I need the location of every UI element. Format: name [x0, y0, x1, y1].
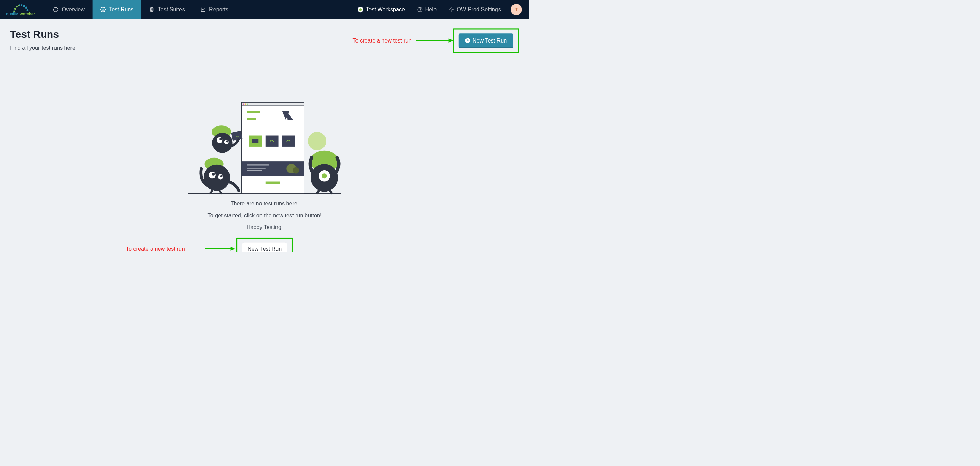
- svg-text:watcher: watcher: [19, 11, 35, 16]
- help-label: Help: [425, 6, 436, 13]
- settings-link[interactable]: QW Prod Settings: [443, 6, 507, 13]
- svg-point-41: [209, 172, 215, 178]
- nav-test-suites-label: Test Suites: [158, 6, 185, 13]
- svg-marker-51: [231, 247, 235, 250]
- logo[interactable]: quality watcher: [5, 3, 37, 16]
- nav-test-runs[interactable]: Test Runs: [92, 0, 141, 19]
- svg-point-42: [212, 173, 215, 176]
- nav-overview[interactable]: Overview: [45, 0, 92, 19]
- svg-point-35: [219, 138, 222, 141]
- svg-point-43: [218, 174, 223, 179]
- settings-icon: [449, 7, 454, 12]
- new-test-run-button-secondary[interactable]: New Test Run: [242, 242, 287, 252]
- svg-marker-12: [449, 39, 453, 42]
- empty-line-3: Happy Testing!: [247, 224, 283, 230]
- avatar-initial: T: [515, 6, 518, 12]
- chart-icon: [200, 7, 206, 12]
- annotation-mid: To create a new test run: [126, 246, 185, 252]
- highlight-new-run-mid: New Test Run: [236, 238, 293, 252]
- nav-test-runs-label: Test Runs: [109, 6, 134, 13]
- clipboard-icon: [149, 7, 154, 12]
- workspace-label: Test Workspace: [366, 6, 405, 13]
- workspace-selector[interactable]: Test Workspace: [352, 6, 411, 13]
- svg-point-37: [226, 141, 228, 142]
- gear-icon: [100, 7, 105, 12]
- page-title: Test Runs: [10, 28, 75, 40]
- pie-icon: [53, 7, 59, 12]
- svg-rect-23: [266, 136, 278, 147]
- svg-point-27: [293, 167, 299, 173]
- svg-text:quality: quality: [6, 11, 18, 16]
- page-header: Test Runs Find all your test runs here T…: [10, 28, 519, 53]
- help-link[interactable]: Help: [411, 6, 443, 13]
- nav-tabs: Overview Test Runs Test Suites Reports: [45, 0, 236, 19]
- svg-rect-22: [252, 139, 258, 143]
- svg-rect-31: [266, 182, 280, 184]
- user-avatar[interactable]: T: [511, 4, 522, 15]
- svg-point-16: [243, 104, 244, 105]
- workspace-icon: [358, 7, 363, 12]
- nav-reports[interactable]: Reports: [192, 0, 236, 19]
- svg-point-9: [420, 11, 420, 11]
- svg-rect-20: [247, 118, 256, 120]
- svg-point-18: [247, 104, 248, 105]
- arrow-icon: [205, 246, 234, 251]
- svg-rect-19: [247, 111, 260, 113]
- svg-point-44: [220, 175, 222, 177]
- highlight-new-run-top: + New Test Run: [453, 28, 519, 53]
- help-icon: [417, 7, 423, 12]
- svg-point-34: [216, 137, 222, 143]
- new-test-run-label: New Test Run: [473, 37, 507, 44]
- svg-point-10: [451, 9, 452, 10]
- svg-rect-15: [242, 102, 304, 106]
- svg-point-45: [308, 132, 326, 151]
- page-content: Test Runs Find all your test runs here T…: [0, 19, 529, 252]
- new-test-run-button[interactable]: + New Test Run: [459, 33, 514, 48]
- nav-reports-label: Reports: [209, 6, 229, 13]
- plus-icon: +: [465, 38, 470, 43]
- svg-point-17: [245, 104, 246, 105]
- arrow-icon: [416, 38, 453, 43]
- page-subtitle: Find all your test runs here: [10, 44, 75, 51]
- top-nav: quality watcher Overview Test Runs Test …: [0, 0, 529, 19]
- new-test-run-secondary-label: New Test Run: [248, 246, 282, 252]
- empty-state: There are no test runs here! To get star…: [10, 101, 519, 252]
- empty-line-2: To get started, click on the new test ru…: [208, 212, 322, 219]
- annotation-top: To create a new test run: [353, 37, 412, 44]
- svg-point-5: [102, 9, 103, 10]
- svg-rect-38: [231, 131, 242, 141]
- settings-label: QW Prod Settings: [457, 6, 501, 13]
- nav-overview-label: Overview: [62, 6, 85, 13]
- svg-rect-14: [242, 102, 304, 193]
- svg-rect-24: [282, 136, 295, 147]
- empty-illustration: [188, 101, 341, 194]
- svg-point-33: [212, 133, 232, 153]
- svg-point-40: [204, 165, 230, 191]
- empty-line-1: There are no test runs here!: [231, 201, 299, 207]
- svg-point-49: [322, 173, 327, 178]
- nav-test-suites[interactable]: Test Suites: [141, 0, 193, 19]
